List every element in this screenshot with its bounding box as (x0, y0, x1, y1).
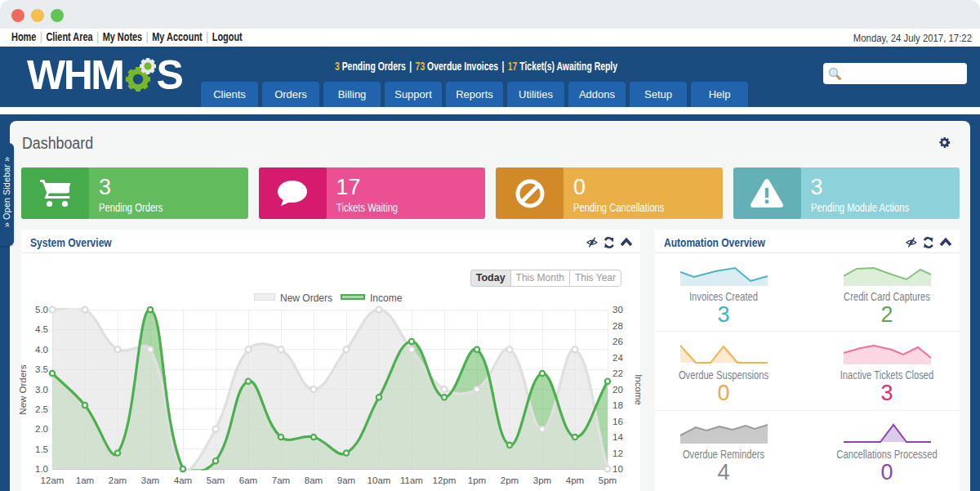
svg-text:4pm: 4pm (566, 475, 584, 485)
svg-text:14: 14 (612, 432, 623, 442)
svg-text:1am: 1am (76, 475, 94, 485)
svg-text:2am: 2am (109, 475, 127, 485)
svg-text:2.0: 2.0 (35, 424, 48, 434)
svg-text:2.5: 2.5 (35, 404, 48, 414)
svg-text:11am: 11am (400, 475, 423, 485)
svg-text:1.5: 1.5 (35, 444, 48, 454)
svg-text:1pm: 1pm (468, 475, 486, 485)
svg-text:2pm: 2pm (501, 475, 519, 485)
svg-text:3.0: 3.0 (35, 385, 48, 395)
svg-text:26: 26 (612, 337, 623, 346)
svg-text:3am: 3am (141, 475, 159, 485)
svg-text:18: 18 (612, 400, 623, 410)
svg-text:8am: 8am (305, 475, 323, 485)
svg-text:22: 22 (612, 368, 623, 378)
svg-text:10: 10 (612, 464, 623, 474)
svg-text:1.0: 1.0 (35, 464, 48, 474)
svg-text:7am: 7am (272, 475, 290, 485)
svg-text:3pm: 3pm (533, 475, 551, 485)
svg-text:Income: Income (634, 374, 644, 405)
svg-text:9am: 9am (337, 475, 355, 485)
svg-text:16: 16 (612, 417, 623, 426)
svg-text:30: 30 (612, 305, 623, 315)
svg-text:5pm: 5pm (599, 475, 617, 485)
svg-text:4am: 4am (174, 475, 192, 485)
svg-text:6am: 6am (239, 475, 257, 485)
svg-text:New Orders: New Orders (18, 364, 28, 415)
svg-text:24: 24 (612, 353, 623, 363)
svg-text:10am: 10am (368, 475, 391, 485)
svg-text:20: 20 (612, 385, 623, 395)
svg-text:4.5: 4.5 (35, 324, 48, 334)
svg-text:3.5: 3.5 (35, 364, 48, 374)
svg-text:4.0: 4.0 (35, 345, 48, 355)
svg-text:12am: 12am (41, 475, 65, 485)
svg-text:5.0: 5.0 (35, 305, 48, 315)
svg-text:12pm: 12pm (433, 475, 457, 485)
svg-text:28: 28 (612, 321, 623, 331)
svg-text:5am: 5am (207, 475, 225, 485)
svg-text:12: 12 (612, 449, 623, 458)
